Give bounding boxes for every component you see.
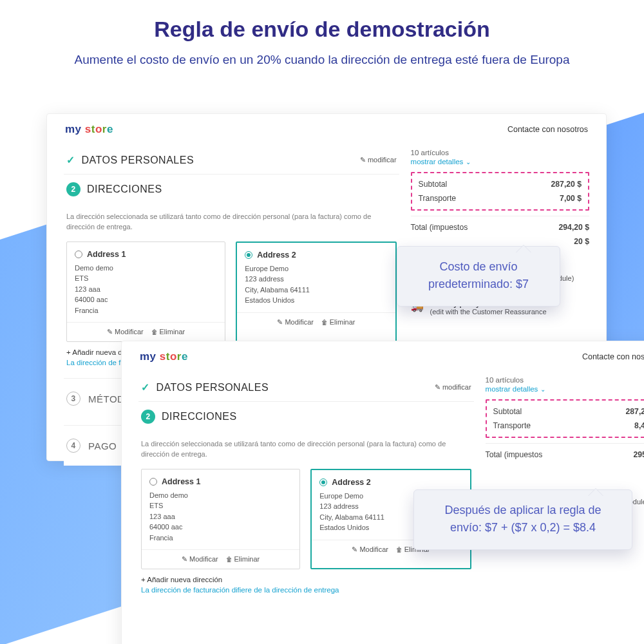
radio-icon[interactable]: [149, 478, 157, 486]
chevron-down-icon: ⌄: [540, 386, 545, 393]
store-logo: my store: [140, 350, 188, 363]
callout-after-rule: Después de aplicar la regla de envío: $7…: [413, 489, 632, 550]
address-card-2[interactable]: Address 2 Europe Demo 123 address City, …: [236, 242, 396, 343]
summary-count: 10 artículos: [486, 376, 644, 384]
modify-address[interactable]: Modificar: [352, 545, 388, 554]
address-help: La dirección seleccionada se utilizará t…: [64, 204, 399, 242]
modify-link[interactable]: modificar: [435, 383, 471, 392]
step-number-2: 2: [141, 410, 155, 424]
modify-address[interactable]: Modificar: [107, 328, 144, 336]
address-card-1[interactable]: Address 1 Demo demo ETS 123 aaa 64000 aa…: [66, 242, 225, 343]
hero-subtitle: Aumente el costo de envío en un 20% cuan…: [26, 51, 618, 70]
hero-title: Regla de envío de demostración: [26, 17, 618, 42]
delete-address[interactable]: Eliminar: [321, 318, 355, 327]
step-personal-title: DATOS PERSONALES: [82, 155, 194, 166]
check-icon: ✓: [141, 381, 150, 393]
check-icon: ✓: [66, 154, 75, 166]
highlight-box: Subtotal287,20 $ Transporte8,40 $: [486, 399, 644, 438]
step-personal-title: DATOS PERSONALES: [156, 382, 269, 393]
address-card-1[interactable]: Address 1 Demo demo ETS 123 aaa 64000 aa…: [141, 469, 300, 570]
step-number-4: 4: [66, 439, 80, 453]
chevron-down-icon: ⌄: [466, 158, 471, 166]
callout-default-cost: Costo de envío predeterminado: $7: [397, 246, 560, 307]
delete-address[interactable]: Eliminar: [226, 555, 260, 564]
hero: Regla de envío de demostración Aumente e…: [0, 0, 644, 76]
contact-link[interactable]: Contacte con nosotros: [507, 125, 588, 134]
modify-address[interactable]: Modificar: [277, 318, 314, 327]
add-address-link[interactable]: + Añadir nueva dirección: [138, 569, 474, 586]
address-body: Demo demo ETS 123 aaa 64000 aac Francia: [75, 263, 217, 316]
address-body: Demo demo ETS 123 aaa 64000 aac Francia: [149, 490, 292, 544]
store-logo: my store: [65, 123, 113, 136]
radio-icon[interactable]: [75, 251, 82, 258]
highlight-box: Subtotal287,20 $ Transporte7,00 $: [411, 172, 589, 211]
radio-icon[interactable]: [245, 251, 252, 259]
delete-address[interactable]: Eliminar: [151, 328, 185, 336]
step-payment-title: PAGO: [88, 440, 117, 451]
step-number-2: 2: [66, 182, 80, 196]
modify-address[interactable]: Modificar: [182, 555, 218, 564]
radio-icon[interactable]: [319, 478, 327, 486]
step-addresses-title: DIRECCIONES: [87, 184, 162, 195]
modify-link[interactable]: modificar: [360, 156, 397, 164]
show-details-link[interactable]: mostrar detalles⌄: [486, 385, 644, 393]
contact-link[interactable]: Contacte con nosotros: [582, 352, 644, 361]
address-body: Europe Demo 123 address City, Alabama 64…: [245, 263, 387, 306]
step-addresses-title: DIRECCIONES: [162, 411, 237, 422]
billing-note[interactable]: La dirección de facturación difiere de l…: [138, 586, 474, 599]
summary-count: 10 artículos: [411, 149, 589, 156]
step-number-3: 3: [66, 392, 80, 406]
address-help: La dirección seleccionada se utilizará t…: [138, 431, 474, 469]
show-details-link[interactable]: mostrar detalles⌄: [411, 158, 589, 166]
